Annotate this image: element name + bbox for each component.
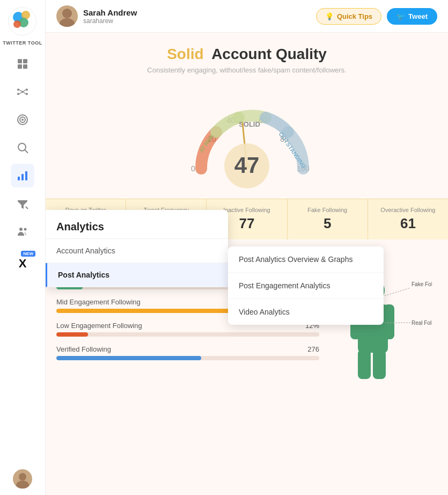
- analytics-item-account[interactable]: Account Analytics: [46, 239, 228, 263]
- quality-title: Solid Account Quality: [56, 46, 437, 63]
- submenu-item-engagement[interactable]: Post Engagement Analytics: [228, 273, 384, 299]
- sidebar-item-x[interactable]: NEW X: [11, 252, 34, 275]
- header: Sarah Andrew saraharew 💡 Quick Tips 🐦 Tw…: [46, 0, 448, 33]
- svg-point-13: [26, 93, 28, 95]
- svg-line-54: [385, 288, 410, 296]
- svg-rect-23: [18, 177, 20, 180]
- stat-label-overactive: Overactive Following: [374, 207, 442, 213]
- svg-line-26: [26, 207, 28, 209]
- sidebar-item-analytics[interactable]: [11, 164, 34, 187]
- analytics-item-post[interactable]: Post Analytics: [46, 263, 228, 287]
- stat-value-overactive: 61: [374, 215, 442, 232]
- logo-icon: [8, 6, 37, 36]
- tweet-label: Tweet: [408, 12, 428, 20]
- svg-point-10: [17, 89, 19, 91]
- new-badge: NEW: [21, 251, 35, 257]
- post-analytics-label: Post Analytics: [58, 271, 109, 279]
- bar-label-low: Low Engagement Following: [56, 322, 142, 330]
- header-actions: 💡 Quick Tips 🐦 Tweet: [316, 8, 437, 25]
- svg-line-16: [19, 92, 21, 94]
- svg-text:Fake Following: 0.81%: Fake Following: 0.81%: [412, 281, 432, 287]
- main-content: Sarah Andrew saraharew 💡 Quick Tips 🐦 Tw…: [46, 0, 448, 495]
- svg-point-9: [21, 91, 24, 93]
- header-username: Sarah Andrew: [83, 8, 137, 17]
- app-name: TWITTER TOOL: [3, 40, 42, 46]
- svg-line-22: [25, 150, 28, 154]
- sidebar: TWITTER TOOL NEW X: [0, 0, 46, 495]
- svg-line-15: [24, 90, 26, 91]
- svg-rect-51: [384, 304, 394, 339]
- submenu-video-label: Video Analytics: [239, 308, 290, 316]
- svg-point-27: [19, 228, 23, 231]
- svg-rect-25: [25, 171, 27, 180]
- quick-tips-label: Quick Tips: [337, 12, 372, 20]
- svg-text:Real Following: 99.19%: Real Following: 99.19%: [412, 320, 432, 326]
- quality-prefix: Solid: [167, 46, 203, 62]
- sidebar-item-filter[interactable]: [11, 192, 34, 215]
- analytics-panel[interactable]: Analytics Account Analytics Post Analyti…: [46, 210, 228, 287]
- sidebar-item-search[interactable]: [11, 136, 34, 159]
- stat-label-fake: Fake Following: [294, 207, 361, 213]
- svg-text:47: 47: [234, 152, 260, 178]
- bulb-icon: 💡: [325, 12, 334, 20]
- svg-point-21: [18, 143, 26, 151]
- svg-point-28: [24, 228, 27, 231]
- submenu-item-overview[interactable]: Post Analytics Overview & Graphs: [228, 246, 384, 273]
- svg-point-29: [19, 473, 26, 481]
- submenu-engagement-label: Post Engagement Analytics: [239, 281, 330, 290]
- svg-rect-6: [23, 59, 27, 63]
- svg-rect-52: [358, 350, 371, 379]
- svg-rect-7: [18, 64, 22, 69]
- bar-value-verified: 276: [307, 345, 319, 353]
- svg-point-32: [60, 18, 75, 27]
- x-icon: X: [19, 257, 27, 271]
- svg-line-17: [24, 92, 26, 94]
- account-analytics-label: Account Analytics: [56, 246, 115, 255]
- twitter-icon: 🐦: [396, 12, 405, 20]
- submenu-panel[interactable]: Post Analytics Overview & Graphs Post En…: [228, 246, 384, 325]
- content-area: Solid Account Quality Consistently engag…: [46, 33, 448, 495]
- sidebar-avatar[interactable]: [13, 469, 32, 489]
- svg-point-31: [62, 9, 72, 18]
- bar-verified: Verified Following 276: [56, 345, 319, 360]
- submenu-overview-label: Post Analytics Overview & Graphs: [239, 255, 352, 264]
- svg-point-4: [13, 20, 21, 28]
- header-handle: saraharew: [83, 17, 137, 25]
- svg-point-30: [16, 481, 29, 489]
- svg-point-11: [26, 89, 28, 91]
- svg-point-20: [22, 119, 23, 120]
- svg-text:0: 0: [191, 164, 195, 173]
- header-avatar: [56, 5, 78, 27]
- analytics-panel-title: Analytics: [46, 210, 228, 239]
- svg-point-12: [17, 93, 19, 95]
- svg-rect-53: [373, 350, 386, 379]
- sidebar-item-dashboard[interactable]: [11, 52, 34, 76]
- svg-rect-24: [21, 174, 24, 180]
- bar-label-verified: Verified Following: [56, 345, 111, 353]
- quality-section: Solid Account Quality Consistently engag…: [46, 33, 448, 199]
- svg-line-14: [19, 90, 21, 91]
- svg-rect-5: [18, 59, 22, 63]
- svg-rect-8: [23, 64, 27, 69]
- gauge: 0 20 40 60 80 100: [161, 83, 333, 190]
- quality-subtitle: Consistently engaging, without/less fake…: [56, 66, 437, 74]
- submenu-item-video[interactable]: Video Analytics: [228, 299, 384, 325]
- sidebar-item-users[interactable]: [11, 220, 34, 243]
- gauge-svg: 0 20 40 60 80 100: [161, 83, 333, 190]
- logo: TWITTER TOOL: [3, 6, 42, 46]
- stat-value-fake: 5: [294, 215, 361, 232]
- stat-overactive-following: Overactive Following 61: [368, 199, 448, 239]
- bar-label-mid: Mid Engagement Following: [56, 298, 141, 306]
- tweet-button[interactable]: 🐦 Tweet: [387, 8, 437, 25]
- quality-suffix: Account Quality: [211, 46, 327, 62]
- sidebar-item-target[interactable]: [11, 108, 34, 132]
- header-user: Sarah Andrew saraharew: [56, 5, 137, 27]
- sidebar-item-network[interactable]: [11, 80, 34, 104]
- stat-fake-following: Fake Following 5: [288, 199, 368, 239]
- quick-tips-button[interactable]: 💡 Quick Tips: [316, 8, 381, 25]
